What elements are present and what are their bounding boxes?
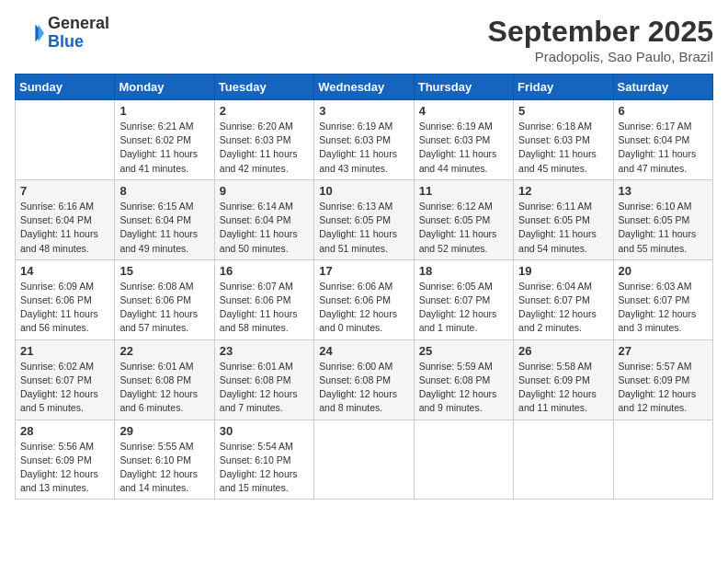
page-header: General Blue September 2025 Pradopolis, … <box>15 15 713 64</box>
calendar-cell: 20Sunrise: 6:03 AM Sunset: 6:07 PM Dayli… <box>613 259 712 339</box>
day-info: Sunrise: 6:19 AM Sunset: 6:03 PM Dayligh… <box>419 120 508 176</box>
title-block: September 2025 Pradopolis, Sao Paulo, Br… <box>488 15 713 64</box>
day-number: 11 <box>419 184 508 198</box>
day-info: Sunrise: 5:55 AM Sunset: 6:10 PM Dayligh… <box>119 440 209 496</box>
day-number: 14 <box>20 264 109 278</box>
day-info: Sunrise: 6:02 AM Sunset: 6:07 PM Dayligh… <box>20 360 109 416</box>
day-info: Sunrise: 6:20 AM Sunset: 6:03 PM Dayligh… <box>220 120 309 176</box>
weekday-header: Wednesday <box>314 75 414 100</box>
day-number: 18 <box>419 264 508 278</box>
day-number: 24 <box>319 344 408 358</box>
day-number: 12 <box>518 184 608 198</box>
day-info: Sunrise: 6:16 AM Sunset: 6:04 PM Dayligh… <box>20 200 109 256</box>
day-info: Sunrise: 6:06 AM Sunset: 6:06 PM Dayligh… <box>319 280 408 336</box>
day-number: 28 <box>20 424 109 438</box>
calendar-cell: 19Sunrise: 6:04 AM Sunset: 6:07 PM Dayli… <box>514 259 613 339</box>
day-number: 27 <box>619 344 708 358</box>
calendar-table: SundayMondayTuesdayWednesdayThursdayFrid… <box>15 74 713 500</box>
calendar-cell: 4Sunrise: 6:19 AM Sunset: 6:03 PM Daylig… <box>414 100 513 180</box>
calendar-cell: 17Sunrise: 6:06 AM Sunset: 6:06 PM Dayli… <box>314 259 414 339</box>
calendar-cell: 1Sunrise: 6:21 AM Sunset: 6:02 PM Daylig… <box>115 100 214 180</box>
day-number: 21 <box>20 344 109 358</box>
day-info: Sunrise: 6:08 AM Sunset: 6:06 PM Dayligh… <box>119 280 209 336</box>
calendar-cell: 2Sunrise: 6:20 AM Sunset: 6:03 PM Daylig… <box>214 100 313 180</box>
day-info: Sunrise: 6:03 AM Sunset: 6:07 PM Dayligh… <box>619 280 708 336</box>
calendar-cell: 23Sunrise: 6:01 AM Sunset: 6:08 PM Dayli… <box>214 339 313 419</box>
day-number: 10 <box>319 184 408 198</box>
svg-marker-1 <box>39 24 44 41</box>
logo: General Blue <box>15 15 109 52</box>
logo-general: General <box>48 14 109 32</box>
calendar-cell: 3Sunrise: 6:19 AM Sunset: 6:03 PM Daylig… <box>314 100 414 180</box>
weekday-header: Monday <box>115 75 214 100</box>
weekday-header: Saturday <box>613 75 712 100</box>
day-number: 6 <box>619 104 708 118</box>
calendar-cell: 26Sunrise: 5:58 AM Sunset: 6:09 PM Dayli… <box>514 339 613 419</box>
calendar-cell: 27Sunrise: 5:57 AM Sunset: 6:09 PM Dayli… <box>613 339 712 419</box>
day-info: Sunrise: 5:54 AM Sunset: 6:10 PM Dayligh… <box>220 440 309 496</box>
logo-text: General Blue <box>48 15 109 52</box>
calendar-cell: 18Sunrise: 6:05 AM Sunset: 6:07 PM Dayli… <box>414 259 513 339</box>
day-number: 25 <box>419 344 508 358</box>
weekday-header: Thursday <box>414 75 513 100</box>
day-info: Sunrise: 6:11 AM Sunset: 6:05 PM Dayligh… <box>518 200 608 256</box>
calendar-cell: 30Sunrise: 5:54 AM Sunset: 6:10 PM Dayli… <box>214 419 313 500</box>
day-info: Sunrise: 6:07 AM Sunset: 6:06 PM Dayligh… <box>220 280 309 336</box>
day-info: Sunrise: 6:05 AM Sunset: 6:07 PM Dayligh… <box>419 280 508 336</box>
calendar-cell <box>514 419 613 500</box>
day-number: 26 <box>518 344 608 358</box>
calendar-cell: 11Sunrise: 6:12 AM Sunset: 6:05 PM Dayli… <box>414 179 513 259</box>
calendar-cell: 24Sunrise: 6:00 AM Sunset: 6:08 PM Dayli… <box>314 339 414 419</box>
weekday-header: Sunday <box>16 75 115 100</box>
calendar-cell <box>414 419 513 500</box>
day-info: Sunrise: 6:13 AM Sunset: 6:05 PM Dayligh… <box>319 200 408 256</box>
calendar-cell: 6Sunrise: 6:17 AM Sunset: 6:04 PM Daylig… <box>613 100 712 180</box>
calendar-cell: 15Sunrise: 6:08 AM Sunset: 6:06 PM Dayli… <box>115 259 214 339</box>
month-title: September 2025 <box>488 15 713 49</box>
calendar-cell <box>613 419 712 500</box>
day-number: 13 <box>619 184 708 198</box>
day-number: 15 <box>119 264 209 278</box>
day-number: 19 <box>518 264 608 278</box>
calendar-cell: 22Sunrise: 6:01 AM Sunset: 6:08 PM Dayli… <box>115 339 214 419</box>
calendar-cell: 21Sunrise: 6:02 AM Sunset: 6:07 PM Dayli… <box>16 339 115 419</box>
day-info: Sunrise: 6:19 AM Sunset: 6:03 PM Dayligh… <box>319 120 408 176</box>
day-info: Sunrise: 6:18 AM Sunset: 6:03 PM Dayligh… <box>518 120 608 176</box>
weekday-header: Tuesday <box>214 75 313 100</box>
calendar-week-row: 14Sunrise: 6:09 AM Sunset: 6:06 PM Dayli… <box>16 259 713 339</box>
day-info: Sunrise: 6:00 AM Sunset: 6:08 PM Dayligh… <box>319 360 408 416</box>
day-number: 5 <box>518 104 608 118</box>
day-info: Sunrise: 6:01 AM Sunset: 6:08 PM Dayligh… <box>119 360 209 416</box>
calendar-cell: 29Sunrise: 5:55 AM Sunset: 6:10 PM Dayli… <box>115 419 214 500</box>
day-info: Sunrise: 5:59 AM Sunset: 6:08 PM Dayligh… <box>419 360 508 416</box>
day-number: 17 <box>319 264 408 278</box>
calendar-cell <box>314 419 414 500</box>
calendar-cell: 16Sunrise: 6:07 AM Sunset: 6:06 PM Dayli… <box>214 259 313 339</box>
logo-blue: Blue <box>48 32 84 51</box>
day-info: Sunrise: 5:56 AM Sunset: 6:09 PM Dayligh… <box>20 440 109 496</box>
calendar-cell: 5Sunrise: 6:18 AM Sunset: 6:03 PM Daylig… <box>514 100 613 180</box>
day-number: 3 <box>319 104 408 118</box>
day-number: 29 <box>119 424 209 438</box>
day-info: Sunrise: 6:01 AM Sunset: 6:08 PM Dayligh… <box>220 360 309 416</box>
day-info: Sunrise: 5:58 AM Sunset: 6:09 PM Dayligh… <box>518 360 608 416</box>
calendar-cell: 13Sunrise: 6:10 AM Sunset: 6:05 PM Dayli… <box>613 179 712 259</box>
day-number: 9 <box>220 184 309 198</box>
calendar-cell: 14Sunrise: 6:09 AM Sunset: 6:06 PM Dayli… <box>16 259 115 339</box>
logo-icon <box>15 18 44 48</box>
calendar-week-row: 7Sunrise: 6:16 AM Sunset: 6:04 PM Daylig… <box>16 179 713 259</box>
day-number: 30 <box>220 424 309 438</box>
calendar-week-row: 28Sunrise: 5:56 AM Sunset: 6:09 PM Dayli… <box>16 419 713 500</box>
day-info: Sunrise: 6:10 AM Sunset: 6:05 PM Dayligh… <box>619 200 708 256</box>
day-number: 22 <box>119 344 209 358</box>
weekday-header-row: SundayMondayTuesdayWednesdayThursdayFrid… <box>16 75 713 100</box>
weekday-header: Friday <box>514 75 613 100</box>
day-info: Sunrise: 6:14 AM Sunset: 6:04 PM Dayligh… <box>220 200 309 256</box>
calendar-cell: 8Sunrise: 6:15 AM Sunset: 6:04 PM Daylig… <box>115 179 214 259</box>
day-info: Sunrise: 6:21 AM Sunset: 6:02 PM Dayligh… <box>119 120 209 176</box>
location-title: Pradopolis, Sao Paulo, Brazil <box>488 49 713 64</box>
day-number: 7 <box>20 184 109 198</box>
day-info: Sunrise: 5:57 AM Sunset: 6:09 PM Dayligh… <box>619 360 708 416</box>
day-number: 23 <box>220 344 309 358</box>
day-info: Sunrise: 6:12 AM Sunset: 6:05 PM Dayligh… <box>419 200 508 256</box>
